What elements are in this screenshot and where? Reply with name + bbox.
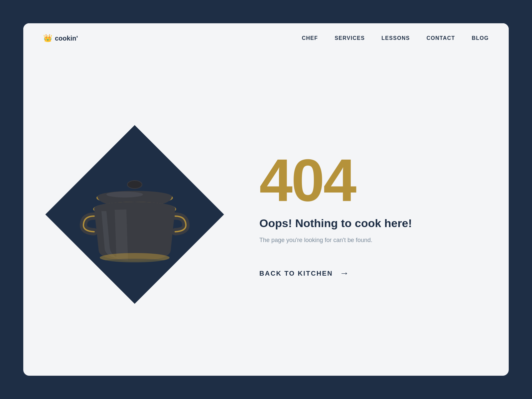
browser-window: 👑 cookin' CHEF SERVICES LESSONS CONTACT … [23,23,509,376]
main-content: 404 Oops! Nothing to cook here! The page… [23,53,509,376]
illustration-section [23,53,246,376]
svg-rect-1 [131,182,139,187]
nav-item-lessons[interactable]: LESSONS [381,35,410,41]
arrow-right-icon: → [339,268,349,279]
main-nav: CHEF SERVICES LESSONS CONTACT BLOG [302,35,489,41]
error-description: The page you're looking for can't be fou… [259,236,482,245]
pot-illustration [65,145,204,284]
nav-item-chef[interactable]: CHEF [302,35,318,41]
error-content-section: 404 Oops! Nothing to cook here! The page… [246,137,509,292]
nav-item-contact[interactable]: CONTACT [427,35,455,41]
back-to-kitchen-button[interactable]: BACK TO KITCHEN → [259,268,482,279]
error-code: 404 [259,150,482,210]
svg-point-8 [98,259,171,267]
error-title: Oops! Nothing to cook here! [259,217,482,230]
pot-svg [75,155,195,274]
logo-text: cookin' [55,35,78,42]
back-button-label: BACK TO KITCHEN [259,270,333,277]
nav-item-services[interactable]: SERVICES [334,35,365,41]
logo[interactable]: 👑 cookin' [43,34,78,43]
svg-point-4 [106,192,143,198]
diamond-container [48,128,221,301]
chef-hat-icon: 👑 [43,34,52,43]
nav-item-blog[interactable]: BLOG [472,35,489,41]
header: 👑 cookin' CHEF SERVICES LESSONS CONTACT … [23,23,509,53]
